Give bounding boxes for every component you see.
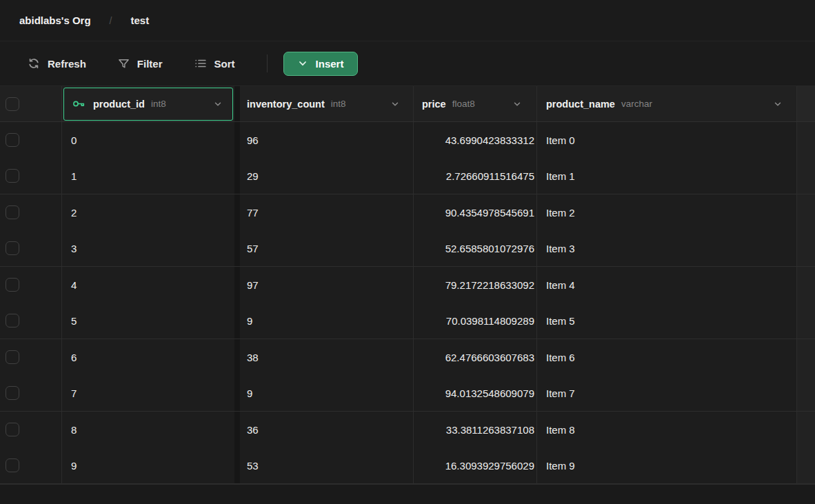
- insert-button[interactable]: Insert: [283, 52, 359, 76]
- row-checkbox[interactable]: [6, 241, 19, 255]
- cell-price[interactable]: 43.6990423833312: [414, 122, 537, 159]
- cell-value: 52.6585801072976: [445, 243, 534, 254]
- cell-inventory-count[interactable]: 96: [240, 122, 414, 159]
- cell-product-name[interactable]: Item 3: [537, 231, 797, 267]
- cell-price[interactable]: 16.3093929756029: [414, 448, 537, 484]
- row-checkbox[interactable]: [6, 458, 19, 472]
- row-checkbox[interactable]: [6, 278, 19, 292]
- cell-inventory-count[interactable]: 57: [240, 231, 414, 267]
- table-row: 6 38 62.4766603607683 Item 6: [0, 339, 815, 376]
- cell-product-id[interactable]: 4: [62, 267, 234, 303]
- cell-value: 97: [247, 279, 259, 291]
- sort-label: Sort: [214, 58, 235, 70]
- row-select-cell: [0, 267, 62, 303]
- cell-inventory-count[interactable]: 9: [240, 303, 414, 339]
- cell-product-name[interactable]: Item 5: [537, 303, 797, 339]
- row-select-cell: [0, 303, 62, 339]
- grid-gutter: [797, 267, 815, 303]
- breadcrumb-table[interactable]: test: [130, 14, 149, 26]
- cell-value: Item 4: [546, 279, 575, 291]
- column-spacer: [234, 376, 240, 412]
- grid-gutter: [797, 194, 815, 231]
- cell-price[interactable]: 90.4354978545691: [414, 194, 537, 231]
- cell-inventory-count[interactable]: 29: [240, 159, 414, 194]
- grid-gutter: [797, 448, 815, 484]
- list-icon: [194, 57, 207, 70]
- cell-price[interactable]: 79.2172218633092: [414, 267, 537, 303]
- column-spacer: [234, 159, 240, 194]
- column-header-product-name[interactable]: product_name varchar: [537, 86, 797, 121]
- top-navigation-bar: abidlabs's Org / test: [0, 0, 815, 41]
- cell-product-name[interactable]: Item 6: [537, 339, 797, 376]
- cell-product-name[interactable]: Item 2: [537, 194, 797, 231]
- table-row: 1 29 2.72660911516475 Item 1: [0, 159, 815, 195]
- cell-product-id[interactable]: 5: [62, 303, 234, 339]
- row-checkbox[interactable]: [6, 205, 19, 219]
- cell-product-id[interactable]: 6: [62, 339, 234, 376]
- cell-product-name[interactable]: Item 7: [537, 376, 797, 412]
- row-checkbox[interactable]: [6, 350, 19, 364]
- column-name: price: [422, 99, 446, 110]
- cell-product-id[interactable]: 3: [62, 231, 234, 267]
- cell-inventory-count[interactable]: 77: [240, 194, 414, 231]
- table-row: 7 9 94.0132548609079 Item 7: [0, 376, 815, 412]
- cell-inventory-count[interactable]: 9: [240, 376, 414, 412]
- cell-price[interactable]: 2.72660911516475: [414, 159, 537, 194]
- cell-inventory-count[interactable]: 38: [240, 339, 414, 376]
- grid-gutter: [797, 339, 815, 376]
- filter-button[interactable]: Filter: [115, 54, 165, 74]
- cell-product-id[interactable]: 0: [62, 122, 234, 159]
- chevron-down-icon[interactable]: [773, 99, 783, 109]
- cell-price[interactable]: 70.0398114809289: [414, 303, 537, 339]
- cell-product-name[interactable]: Item 9: [537, 448, 797, 484]
- column-type: float8: [452, 99, 475, 109]
- row-checkbox[interactable]: [6, 169, 19, 183]
- select-all-checkbox[interactable]: [6, 97, 19, 111]
- table-row: 2 77 90.4354978545691 Item 2: [0, 194, 815, 231]
- cell-value: 53: [247, 460, 259, 472]
- grid-gutter: [797, 122, 815, 159]
- cell-product-id[interactable]: 9: [62, 448, 234, 484]
- row-select-cell: [0, 122, 62, 159]
- table-row: 8 36 33.3811263837108 Item 8: [0, 412, 815, 448]
- cell-product-id[interactable]: 2: [62, 194, 234, 231]
- chevron-down-icon[interactable]: [213, 99, 223, 109]
- cell-product-id[interactable]: 7: [62, 376, 234, 412]
- row-checkbox[interactable]: [6, 423, 19, 436]
- cell-product-name[interactable]: Item 0: [537, 122, 797, 159]
- cell-product-id[interactable]: 8: [62, 412, 234, 448]
- column-name: product_id: [93, 99, 145, 110]
- cell-inventory-count[interactable]: 36: [240, 412, 414, 448]
- cell-value: 33.3811263837108: [446, 424, 534, 436]
- cell-product-name[interactable]: Item 1: [537, 159, 797, 194]
- cell-price[interactable]: 62.4766603607683: [414, 339, 537, 376]
- chevron-down-icon[interactable]: [390, 99, 400, 109]
- chevron-down-icon[interactable]: [512, 99, 522, 109]
- cell-inventory-count[interactable]: 53: [240, 448, 414, 484]
- row-checkbox[interactable]: [6, 314, 19, 327]
- cell-price[interactable]: 33.3811263837108: [414, 412, 537, 448]
- row-checkbox[interactable]: [6, 133, 19, 147]
- cell-inventory-count[interactable]: 97: [240, 267, 414, 303]
- cell-product-name[interactable]: Item 8: [537, 412, 797, 448]
- row-checkbox[interactable]: [6, 386, 19, 400]
- cell-product-name[interactable]: Item 4: [537, 267, 797, 303]
- cell-value: Item 5: [546, 315, 575, 327]
- cell-price[interactable]: 52.6585801072976: [414, 231, 537, 267]
- cell-product-id[interactable]: 1: [62, 159, 234, 194]
- column-header-price[interactable]: price float8: [414, 86, 537, 121]
- funnel-icon: [118, 58, 130, 70]
- column-spacer: [234, 448, 240, 484]
- column-header-product-id-selected[interactable]: product_id int8: [63, 88, 233, 121]
- row-select-cell: [0, 412, 62, 448]
- refresh-button[interactable]: Refresh: [25, 53, 89, 74]
- breadcrumb-org[interactable]: abidlabs's Org: [19, 14, 91, 26]
- cell-price[interactable]: 94.0132548609079: [414, 376, 537, 412]
- column-header-inventory-count[interactable]: inventory_count int8: [240, 86, 414, 121]
- grid-gutter: [797, 159, 815, 194]
- column-spacer: [234, 122, 240, 159]
- sort-button[interactable]: Sort: [192, 53, 238, 74]
- cell-value: 62.4766603607683: [445, 352, 534, 363]
- cell-value: 9: [247, 387, 252, 399]
- grid-gutter: [797, 231, 815, 267]
